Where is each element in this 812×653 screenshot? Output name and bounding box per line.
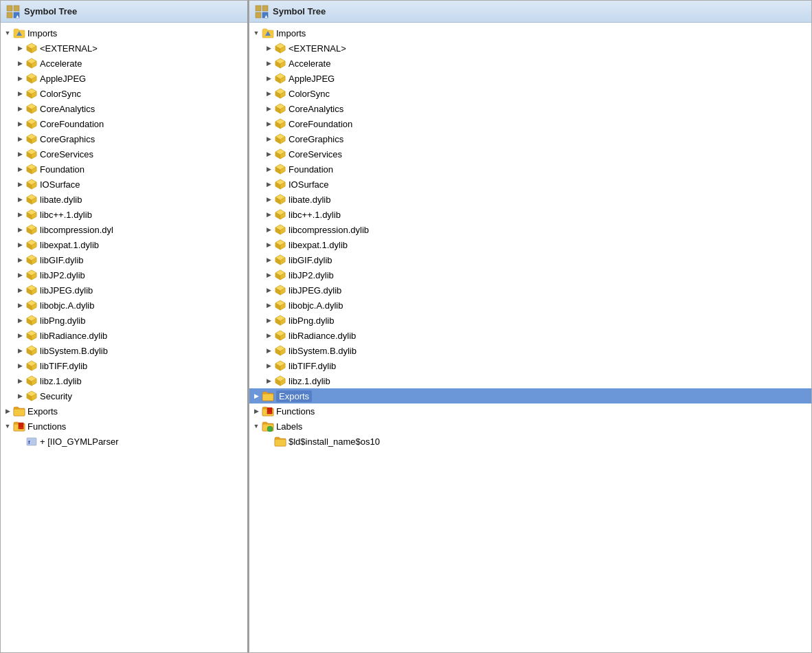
right-item-colorsync[interactable]: ColorSync: [249, 86, 811, 101]
right-item-libgif[interactable]: libGIF.dylib: [249, 252, 811, 267]
right-item-libjp2[interactable]: libJP2.dylib: [249, 267, 811, 283]
toggle[interactable]: [263, 239, 274, 250]
functions-toggle[interactable]: [2, 421, 13, 432]
toggle[interactable]: [263, 254, 274, 265]
right-labels-child[interactable]: $ld$install_name$os10: [249, 434, 811, 449]
right-item-coreservices[interactable]: CoreServices: [249, 146, 811, 162]
left-item-corefoundation[interactable]: CoreFoundation: [1, 116, 247, 131]
toggle[interactable]: [263, 209, 274, 220]
toggle[interactable]: [263, 285, 274, 296]
toggle[interactable]: [263, 360, 274, 371]
right-item-libz[interactable]: libz.1.dylib: [249, 373, 811, 388]
toggle[interactable]: [263, 118, 274, 129]
toggle[interactable]: [14, 118, 25, 129]
left-item-libexpat[interactable]: libexpat.1.dylib: [1, 237, 247, 252]
left-item-external[interactable]: <EXTERNAL>: [1, 41, 247, 56]
left-imports-toggle[interactable]: [2, 27, 13, 38]
toggle[interactable]: [263, 345, 274, 356]
left-item-libobjc[interactable]: libobjc.A.dylib: [1, 298, 247, 313]
left-item-libjpeg[interactable]: libJPEG.dylib: [1, 283, 247, 298]
right-functions-row[interactable]: Functions: [249, 403, 811, 419]
toggle[interactable]: [14, 360, 25, 371]
right-item-foundation[interactable]: Foundation: [249, 162, 811, 177]
toggle[interactable]: [14, 103, 25, 114]
toggle[interactable]: [263, 164, 274, 175]
right-imports-toggle[interactable]: [251, 27, 262, 38]
right-item-coreanalytics[interactable]: CoreAnalytics: [249, 101, 811, 116]
toggle[interactable]: [14, 269, 25, 280]
toggle[interactable]: [14, 254, 25, 265]
left-item-libjp2[interactable]: libJP2.dylib: [1, 267, 247, 283]
toggle[interactable]: [14, 315, 25, 326]
toggle[interactable]: [263, 43, 274, 54]
left-item-libsystem[interactable]: libSystem.B.dylib: [1, 343, 247, 358]
toggle[interactable]: [263, 330, 274, 341]
left-item-libcompression[interactable]: libcompression.dyl: [1, 222, 247, 237]
right-item-libtiff[interactable]: libTIFF.dylib: [249, 358, 811, 373]
toggle[interactable]: [263, 103, 274, 114]
left-functions-child[interactable]: f + [IIO_GYMLParser: [1, 434, 247, 449]
right-item-applejpeg[interactable]: AppleJPEG: [249, 71, 811, 86]
toggle[interactable]: [14, 224, 25, 235]
toggle[interactable]: [263, 315, 274, 326]
right-tree-content[interactable]: Imports <EXTERNAL> Accelerate AppleJPEG …: [249, 23, 811, 652]
right-item-corefoundation[interactable]: CoreFoundation: [249, 116, 811, 131]
toggle[interactable]: [14, 148, 25, 159]
left-item-libate[interactable]: libate.dylib: [1, 192, 247, 207]
left-functions-row[interactable]: Functions: [1, 419, 247, 434]
toggle[interactable]: [14, 375, 25, 386]
left-item-libpng[interactable]: libPng.dylib: [1, 313, 247, 328]
toggle[interactable]: [14, 209, 25, 220]
right-item-libradiance[interactable]: libRadiance.dylib: [249, 328, 811, 343]
toggle[interactable]: [14, 345, 25, 356]
left-item-colorsync[interactable]: ColorSync: [1, 86, 247, 101]
toggle[interactable]: [263, 88, 274, 99]
toggle[interactable]: [263, 179, 274, 190]
functions-toggle[interactable]: [251, 406, 262, 417]
left-external-toggle[interactable]: [14, 43, 25, 54]
right-item-libjpeg[interactable]: libJPEG.dylib: [249, 283, 811, 298]
toggle[interactable]: [14, 164, 25, 175]
left-item-applejpeg[interactable]: AppleJPEG: [1, 71, 247, 86]
left-item-coregraphics[interactable]: CoreGraphics: [1, 131, 247, 146]
exports-toggle[interactable]: [2, 406, 13, 417]
toggle[interactable]: [14, 179, 25, 190]
right-item-iosurface[interactable]: IOSurface: [249, 177, 811, 192]
left-item-accelerate[interactable]: Accelerate: [1, 56, 247, 71]
left-item-libtiff[interactable]: libTIFF.dylib: [1, 358, 247, 373]
left-item-libgif[interactable]: libGIF.dylib: [1, 252, 247, 267]
left-item-libz[interactable]: libz.1.dylib: [1, 373, 247, 388]
toggle[interactable]: [263, 224, 274, 235]
labels-toggle[interactable]: [251, 421, 262, 432]
toggle[interactable]: [263, 375, 274, 386]
right-item-libobjc[interactable]: libobjc.A.dylib: [249, 298, 811, 313]
toggle[interactable]: [14, 330, 25, 341]
left-item-foundation[interactable]: Foundation: [1, 162, 247, 177]
toggle[interactable]: [14, 300, 25, 311]
right-item-libcpp[interactable]: libc++.1.dylib: [249, 207, 811, 222]
right-item-libpng[interactable]: libPng.dylib: [249, 313, 811, 328]
toggle[interactable]: [263, 73, 274, 84]
toggle[interactable]: [14, 194, 25, 205]
right-item-accelerate[interactable]: Accelerate: [249, 56, 811, 71]
right-item-libexpat[interactable]: libexpat.1.dylib: [249, 237, 811, 252]
toggle[interactable]: [263, 194, 274, 205]
right-imports-row[interactable]: Imports: [249, 25, 811, 41]
toggle[interactable]: [14, 133, 25, 144]
toggle[interactable]: [263, 58, 274, 69]
toggle[interactable]: [263, 148, 274, 159]
left-item-security[interactable]: Security: [1, 388, 247, 403]
left-item-coreservices[interactable]: CoreServices: [1, 146, 247, 162]
left-exports-row[interactable]: Exports: [1, 403, 247, 419]
left-item-libcpp[interactable]: libc++.1.dylib: [1, 207, 247, 222]
toggle[interactable]: [263, 269, 274, 280]
right-item-external[interactable]: <EXTERNAL>: [249, 41, 811, 56]
left-imports-row[interactable]: Imports: [1, 25, 247, 41]
right-item-libsystem[interactable]: libSystem.B.dylib: [249, 343, 811, 358]
left-item-iosurface[interactable]: IOSurface: [1, 177, 247, 192]
right-item-coregraphics[interactable]: CoreGraphics: [249, 131, 811, 146]
toggle[interactable]: [14, 73, 25, 84]
right-item-libcompression[interactable]: libcompression.dylib: [249, 222, 811, 237]
toggle[interactable]: [14, 239, 25, 250]
toggle[interactable]: [263, 300, 274, 311]
